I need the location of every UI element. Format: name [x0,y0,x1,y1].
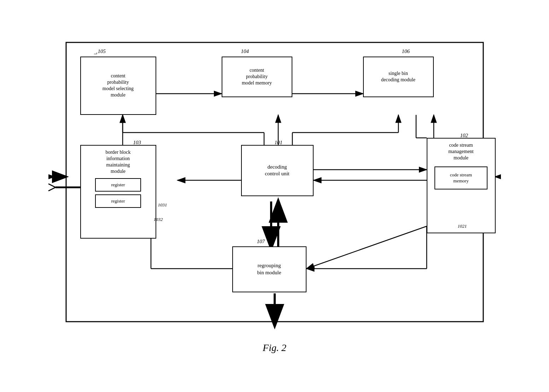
diagram: contentprobabilitymodel selectingmodule … [45,28,504,364]
register2-label: register [111,198,125,204]
svg-line-36 [48,187,56,191]
ref-102: 102 [460,133,468,139]
code-stream-mgmt-label: code streammanagementmodule [448,142,474,162]
svg-line-28 [306,226,427,269]
svg-line-35 [48,184,56,187]
ref-104: 104 [241,48,249,54]
regrouping-bin-label: regroupingbin module [257,262,281,276]
ref-105: 105 [98,48,106,54]
register1-box: register [95,178,141,192]
content-prob-selecting-label: contentprobabilitymodel selectingmodule [103,73,134,99]
ref-1021: 1021 [458,223,467,229]
single-bin-decoding-label: single bindecoding module [381,70,415,83]
page: contentprobabilitymodel selectingmodule … [0,0,549,392]
code-stream-mgmt-module: code streammanagementmodule code streamm… [427,138,496,233]
ref-101: 101 [275,140,283,146]
decoding-control-module: decodingcontrol unit [241,145,314,196]
border-block-label: border blockinformationmaintainingmodule [105,149,130,175]
ref-1031: 1031 [158,202,167,208]
ref-106: 106 [402,48,410,54]
svg-marker-7 [48,174,56,179]
decoding-control-label: decodingcontrol unit [265,164,290,177]
code-stream-memory-box: code streammemory [434,166,487,189]
content-prob-memory-module: contentprobabilitymodel memory [222,57,292,97]
register2-box: register [95,194,141,208]
content-prob-selecting-module: contentprobabilitymodel selectingmodule [80,57,156,115]
code-stream-memory-label: code streammemory [450,172,472,184]
ref-107: 107 [257,239,265,245]
ref-103: 103 [133,140,141,146]
single-bin-decoding-module: single bindecoding module [363,57,434,97]
ref-1032: 1032 [154,217,163,222]
border-block-module: border blockinformationmaintainingmodule… [80,145,156,239]
regrouping-bin-module: regroupingbin module [232,246,306,292]
figure-caption: Fig. 2 [263,342,286,353]
register1-label: register [111,182,125,188]
content-prob-memory-label: contentprobabilitymodel memory [242,67,272,87]
